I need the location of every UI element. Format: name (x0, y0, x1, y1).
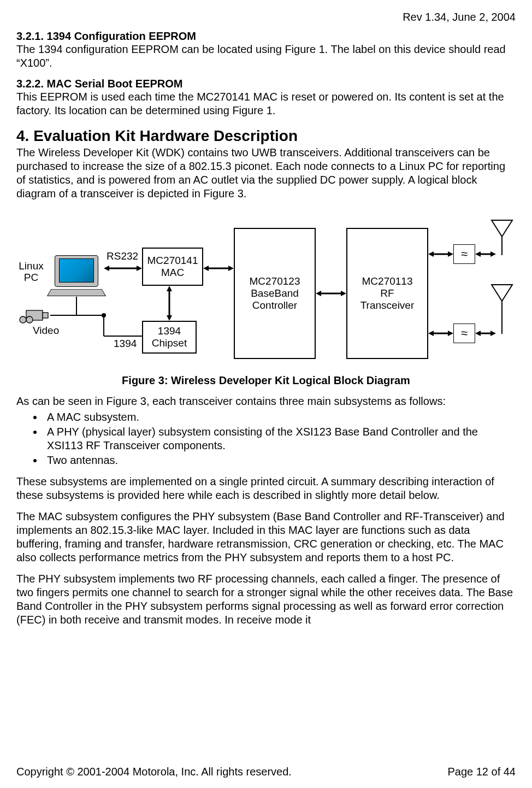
heading-4: 4. Evaluation Kit Hardware Description (16, 127, 516, 145)
wire-video-1394 (49, 293, 147, 337)
para-after-fig: As can be seen in Figure 3, each transce… (16, 395, 516, 408)
baseband-line1: MC270123 (250, 275, 300, 287)
heading-3-2-1: 3.2.1. 1394 Configuration EEPROM (16, 30, 516, 43)
computer-icon (49, 255, 104, 298)
svg-marker-25 (475, 251, 481, 257)
baseband-line3: Controller (252, 299, 297, 311)
para-3-2-1: The 1394 configuration EEPROM can be loc… (16, 43, 516, 70)
svg-marker-6 (137, 266, 142, 271)
figure-3-caption: Figure 3: Wireless Developer Kit Logical… (16, 374, 516, 387)
arrow-rf-filter2 (428, 329, 453, 338)
arrow-mac-baseband (203, 264, 234, 273)
svg-marker-31 (448, 331, 453, 336)
filter-upper: ≈ (453, 244, 475, 264)
svg-marker-14 (167, 315, 172, 321)
antenna-lower-icon (489, 281, 515, 335)
svg-marker-36 (492, 285, 512, 301)
svg-rect-3 (43, 313, 48, 318)
bullet-list: A MAC subsystem. A PHY (physical layer) … (16, 410, 516, 467)
arrow-rf-filter1 (428, 250, 453, 258)
mac-line1: MC270141 (147, 255, 198, 267)
label-rs232: RS232 (107, 251, 138, 262)
bullet-mac: A MAC subsystem. (44, 410, 516, 424)
svg-marker-20 (341, 291, 346, 296)
figure-3-diagram: Linux PC Video RS232 MC270141 (16, 217, 516, 370)
rf-line2: RF (380, 287, 394, 299)
footer-copyright: Copyright © 2001-2004 Motorola, Inc. All… (16, 766, 292, 778)
filter-lower: ≈ (453, 324, 475, 343)
arrow-rs232 (104, 264, 142, 273)
arrow-mac-chipset (165, 286, 174, 321)
bullet-antennas: Two antennas. (44, 454, 516, 467)
label-1394: 1394 (114, 338, 137, 350)
antenna-upper-icon (489, 217, 515, 256)
mac-line2: MAC (161, 267, 184, 279)
svg-marker-16 (203, 266, 209, 271)
para-summary: These subsystems are implemented on a si… (16, 475, 516, 502)
svg-marker-5 (104, 266, 109, 271)
svg-marker-22 (428, 251, 434, 257)
arrow-baseband-rf (316, 289, 346, 298)
bullet-phy: A PHY (physical layer) subsystem consist… (44, 425, 516, 452)
rf-line3: Transceiver (360, 299, 415, 311)
para-mac-subsystem: The MAC subsystem configures the PHY sub… (16, 510, 516, 564)
svg-point-2 (26, 316, 33, 323)
svg-marker-23 (448, 251, 453, 257)
chipset-line1: 1394 (158, 325, 181, 337)
label-linux-pc: Linux PC (16, 261, 46, 284)
header-revision: Rev 1.34, June 2, 2004 (16, 11, 516, 23)
baseband-box: MC270123 BaseBand Controller (234, 228, 316, 359)
chipset-box: 1394 Chipset (142, 321, 197, 354)
chipset-line2: Chipset (152, 337, 187, 349)
svg-marker-33 (475, 331, 481, 336)
para-4-intro: The Wireless Developer Kit (WDK) contain… (16, 146, 516, 201)
svg-marker-30 (428, 331, 434, 336)
svg-marker-13 (167, 286, 172, 291)
footer-page: Page 12 of 44 (447, 766, 516, 778)
para-3-2-2: This EEPROM is used each time the MC2701… (16, 90, 516, 117)
svg-marker-19 (316, 291, 321, 296)
para-phy-subsystem: The PHY subsystem implements two RF proc… (16, 572, 516, 627)
mac-box: MC270141 MAC (142, 248, 203, 286)
rf-box: MC270113 RF Transceiver (346, 228, 428, 359)
rf-line1: MC270113 (362, 275, 413, 287)
video-camera-icon (19, 307, 49, 324)
svg-marker-28 (492, 220, 512, 237)
svg-point-1 (20, 316, 26, 323)
heading-3-2-2: 3.2.2. MAC Serial Boot EEPROM (16, 78, 516, 90)
svg-marker-17 (228, 266, 234, 271)
baseband-line2: BaseBand (251, 287, 299, 299)
